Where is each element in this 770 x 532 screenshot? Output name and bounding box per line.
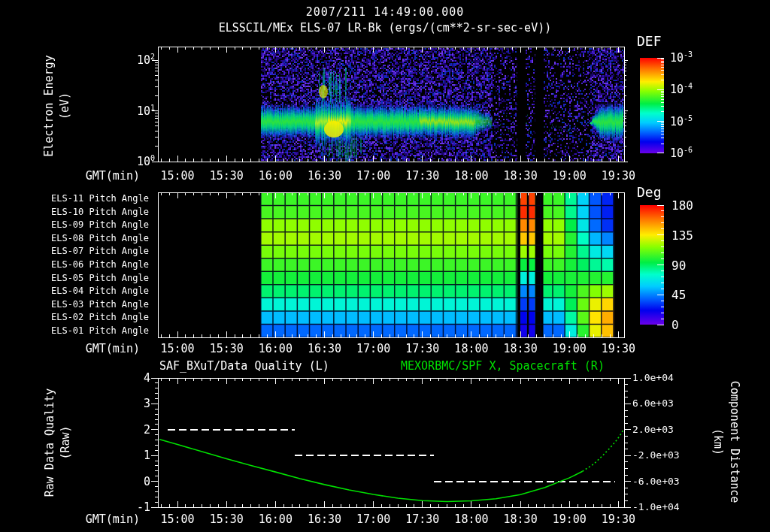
pitch-row-label: ELS-03 Pitch Angle xyxy=(20,299,149,310)
colorbar-tick-label: 135 xyxy=(671,228,693,243)
y-tick-label: 0 xyxy=(126,475,150,488)
energy-spectrogram-canvas xyxy=(158,47,624,162)
x-tick-label: 18:00 xyxy=(447,169,496,183)
colorbar-tick-label: 10-3 xyxy=(670,50,693,65)
colorbar-tick-label: 90 xyxy=(671,258,686,273)
colorbar-tick-label: 10-5 xyxy=(670,114,693,128)
y-tick-label: -2.0e+03 xyxy=(632,449,680,461)
y-tick-label: -6.0e+03 xyxy=(632,476,680,487)
pitch-row-label: ELS-02 Pitch Angle xyxy=(20,312,149,322)
pitch-row-label: ELS-07 Pitch Angle xyxy=(20,246,149,256)
y-tick-label: 100 xyxy=(120,154,155,168)
pitch-row-label: ELS-11 Pitch Angle xyxy=(20,193,149,204)
bottom-panel-title-left: SAF_BXuT/Data Quality (L) xyxy=(159,359,329,373)
x-tick-label: 16:30 xyxy=(301,512,349,526)
x-tick-label: 17:00 xyxy=(350,169,398,183)
y-tick-label: 102 xyxy=(120,53,155,67)
x-tick-label: 16:30 xyxy=(301,342,349,355)
y-tick-label: 4 xyxy=(126,371,150,385)
x-axis-title: GMT(min) xyxy=(23,169,140,183)
y-tick-label: 3 xyxy=(126,397,150,410)
y-tick-label: 2 xyxy=(126,423,150,437)
def-colorbar xyxy=(640,58,664,153)
pitch-angle-canvas xyxy=(158,192,624,337)
x-tick-label: 15:30 xyxy=(202,342,250,355)
y-axis-label-component-distance: Component Distance (km) xyxy=(710,381,743,503)
bottom-panel-title-right: MEXORBMC/SPF X, Spacecraft (R) xyxy=(401,359,605,373)
y-axis-label-line1: Component Distance xyxy=(726,381,743,503)
pitch-row-label: ELS-06 Pitch Angle xyxy=(20,259,149,270)
colorbar-deg-title: Deg xyxy=(637,184,662,200)
colorbar-tick-label: 0 xyxy=(671,318,679,332)
pitch-row-label: ELS-01 Pitch Angle xyxy=(20,325,149,336)
x-tick-label: 17:00 xyxy=(350,342,398,355)
x-tick-label: 16:30 xyxy=(301,169,349,183)
x-tick-label: 15:00 xyxy=(153,342,202,355)
x-tick-label: 18:30 xyxy=(496,342,544,355)
x-tick-label: 19:30 xyxy=(594,342,642,355)
deg-colorbar xyxy=(640,205,664,325)
pitch-row-label: ELS-09 Pitch Angle xyxy=(20,219,149,230)
x-tick-label: 19:30 xyxy=(594,169,642,183)
x-axis-title: GMT(min) xyxy=(23,512,140,526)
pitch-row-label: ELS-05 Pitch Angle xyxy=(20,273,149,283)
y-axis-label-line1: Raw Data Quality xyxy=(42,388,58,497)
y-tick-label: 6.0e+03 xyxy=(632,397,674,409)
y-axis-label-line2: (km) xyxy=(710,381,726,503)
y-tick-label: -1.0e+04 xyxy=(632,501,680,512)
x-tick-label: 18:30 xyxy=(496,512,544,526)
y-axis-label-electron-energy: Electron Energy (eV) xyxy=(41,55,73,156)
colorbar-tick-label: 10-6 xyxy=(670,146,693,160)
x-tick-label: 18:00 xyxy=(447,512,496,526)
y-tick-label: 2.0e+03 xyxy=(632,424,674,435)
x-tick-label: 15:00 xyxy=(153,169,202,183)
colorbar-def-title: DEF xyxy=(637,33,662,49)
x-tick-label: 18:30 xyxy=(496,169,544,183)
x-tick-label: 17:30 xyxy=(399,342,447,355)
y-axis-label-line1: Electron Energy xyxy=(41,55,57,156)
x-tick-label: 15:30 xyxy=(202,169,250,183)
x-tick-label: 15:30 xyxy=(202,512,250,526)
x-tick-label: 16:00 xyxy=(251,169,299,183)
y-tick-label: 1.0e+04 xyxy=(632,372,674,383)
colorbar-tick-label: 180 xyxy=(671,198,693,213)
plot-window: 2007/211 14:49:00.000 ELSSCIL/MEx ELS-07… xyxy=(0,0,770,532)
colorbar-tick-label: 10-4 xyxy=(670,82,693,96)
pitch-row-label: ELS-04 Pitch Angle xyxy=(20,286,149,296)
x-tick-label: 18:00 xyxy=(447,342,496,355)
pitch-row-label: ELS-08 Pitch Angle xyxy=(20,233,149,243)
x-tick-label: 17:30 xyxy=(399,169,447,183)
x-tick-label: 16:00 xyxy=(251,342,299,355)
x-tick-label: 19:00 xyxy=(545,512,593,526)
colorbar-tick-label: 45 xyxy=(671,288,686,302)
x-tick-label: 15:00 xyxy=(153,512,202,526)
x-axis-title: GMT(min) xyxy=(23,342,140,355)
x-tick-label: 16:00 xyxy=(251,512,299,526)
page-title: 2007/211 14:49:00.000 xyxy=(0,5,770,19)
y-axis-label-line2: (Raw) xyxy=(58,388,74,497)
x-tick-label: 19:30 xyxy=(594,512,642,526)
x-tick-label: 19:00 xyxy=(545,342,593,355)
x-tick-label: 17:30 xyxy=(399,512,447,526)
pitch-row-label: ELS-10 Pitch Angle xyxy=(20,207,149,217)
y-tick-label: 1 xyxy=(126,449,150,462)
y-axis-label-line2: (eV) xyxy=(57,55,73,156)
x-tick-label: 19:00 xyxy=(545,169,593,183)
y-axis-label-raw-data-quality: Raw Data Quality (Raw) xyxy=(42,388,74,497)
y-tick-label: 101 xyxy=(120,104,155,118)
y-tick-label: -1 xyxy=(126,500,150,514)
x-tick-label: 17:00 xyxy=(350,512,398,526)
